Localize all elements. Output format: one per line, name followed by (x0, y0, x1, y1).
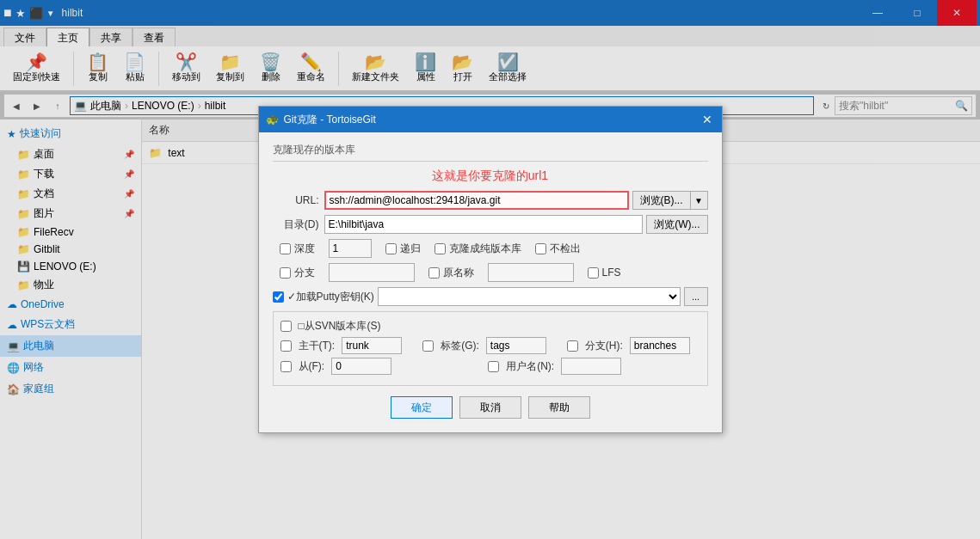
branches-label: 分支(H): (585, 339, 623, 353)
from-checkbox[interactable] (280, 361, 292, 372)
dialog-overlay: 🐢 Git克隆 - TortoiseGit ✕ 克隆现存的版本库 这就是你要克隆… (0, 0, 980, 539)
url-row: URL: 浏览(B)... ▼ (273, 191, 708, 210)
dialog-title: Git克隆 - TortoiseGit (284, 113, 376, 127)
putty-row: ✓加载Putty密钥(K) ... (273, 287, 708, 306)
svn-section: □从SVN版本库(S) 主干(T): 标签(G): 分支(H): 从( (273, 311, 708, 386)
checkbox-row-2: 分支 原名称 LFS (273, 263, 708, 282)
from-svn-checkbox[interactable] (280, 321, 292, 332)
branch-checkbox[interactable] (280, 267, 291, 279)
dialog-buttons: 确定 取消 帮助 (273, 396, 708, 422)
putty-browse-btn[interactable]: ... (684, 287, 708, 306)
branches-input[interactable] (630, 337, 690, 354)
depth-value-input[interactable]: 1 (329, 239, 372, 258)
lfs-checkbox[interactable] (588, 267, 599, 279)
depth-label: 深度 (294, 242, 315, 256)
svn-detail-row-2: 从(F): 用户名(N): (280, 358, 700, 375)
trunk-label: 主干(T): (299, 339, 336, 353)
dialog-icon: 🐢 (266, 113, 279, 126)
no-checkout-checkbox[interactable] (535, 243, 546, 254)
origin-label: 原名称 (443, 266, 474, 280)
from-label: 从(F): (299, 359, 325, 374)
origin-checkbox[interactable] (428, 267, 440, 279)
checkbox-row-1: 深度 1 递归 克隆成纯版本库 不检出 (273, 239, 708, 258)
no-checkout-checkbox-group: 不检出 (535, 242, 581, 256)
bare-label: 克隆成纯版本库 (449, 242, 521, 256)
dir-row: 目录(D) 浏览(W)... (273, 215, 708, 234)
putty-checkbox[interactable] (273, 291, 284, 303)
putty-label: ✓加载Putty密钥(K) (287, 290, 374, 304)
recursive-label: 递归 (400, 242, 421, 256)
depth-checkbox[interactable] (280, 243, 291, 254)
browse-url-arrow[interactable]: ▼ (691, 191, 708, 210)
lfs-checkbox-group: LFS (588, 266, 621, 279)
dir-label: 目录(D) (273, 217, 324, 232)
branch-checkbox-group: 分支 (280, 266, 315, 280)
svn-from-svn-row: □从SVN版本库(S) (280, 319, 700, 334)
dialog-annotation: 这就是你要克隆的url1 (273, 168, 708, 184)
bare-checkbox[interactable] (435, 243, 446, 254)
branch-value-input[interactable] (329, 263, 415, 282)
branch-label: 分支 (294, 266, 315, 280)
putty-select[interactable] (378, 287, 681, 306)
username-label: 用户名(N): (506, 359, 554, 374)
from-input[interactable] (331, 358, 391, 375)
origin-checkbox-group: 原名称 (428, 266, 474, 280)
dialog-section-title: 克隆现存的版本库 (273, 143, 708, 162)
origin-value-input[interactable] (488, 263, 574, 282)
dir-input[interactable] (324, 215, 644, 234)
help-btn[interactable]: 帮助 (528, 396, 590, 419)
lfs-label: LFS (602, 266, 621, 279)
from-svn-label: □从SVN版本库(S) (299, 319, 381, 334)
ok-btn[interactable]: 确定 (391, 396, 453, 419)
recursive-checkbox[interactable] (385, 243, 397, 254)
depth-checkbox-group: 深度 (280, 242, 315, 256)
branches-checkbox[interactable] (567, 340, 578, 352)
git-clone-dialog: 🐢 Git克隆 - TortoiseGit ✕ 克隆现存的版本库 这就是你要克隆… (258, 106, 723, 433)
svn-detail-row-1: 主干(T): 标签(G): 分支(H): (280, 337, 700, 354)
url-label: URL: (273, 194, 324, 206)
tags-input[interactable] (486, 337, 546, 354)
tags-checkbox[interactable] (422, 340, 434, 352)
bare-checkbox-group: 克隆成纯版本库 (435, 242, 521, 256)
trunk-input[interactable] (342, 337, 402, 354)
no-checkout-label: 不检出 (550, 242, 581, 256)
username-checkbox[interactable] (488, 361, 499, 372)
browse-dir-btn[interactable]: 浏览(W)... (646, 215, 707, 234)
dialog-close-btn[interactable]: ✕ (700, 112, 715, 127)
url-input[interactable] (324, 191, 629, 210)
browse-url-btn[interactable]: 浏览(B)... (632, 191, 691, 210)
tags-label: 标签(G): (441, 339, 479, 353)
username-input[interactable] (561, 358, 621, 375)
trunk-checkbox[interactable] (280, 340, 292, 352)
dialog-title-bar: 🐢 Git克隆 - TortoiseGit ✕ (259, 107, 722, 132)
recursive-checkbox-group: 递归 (385, 242, 421, 256)
dialog-content: 克隆现存的版本库 这就是你要克隆的url1 URL: 浏览(B)... ▼ 目录… (259, 132, 722, 432)
cancel-btn[interactable]: 取消 (459, 396, 521, 419)
